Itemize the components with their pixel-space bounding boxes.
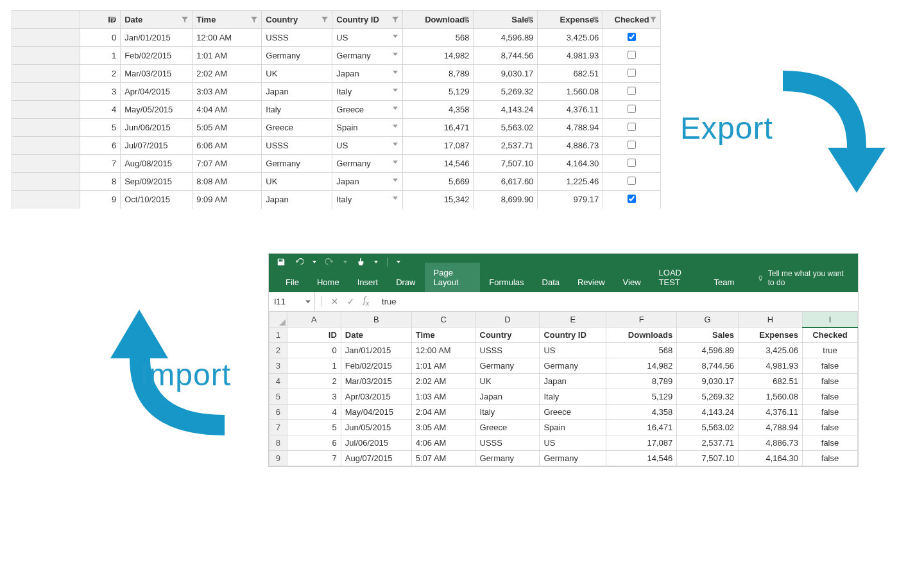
header-cell[interactable]: Date (341, 328, 411, 343)
sheet-cell[interactable]: 1,560.08 (739, 389, 803, 405)
ribbon-tab-review[interactable]: Review (569, 272, 614, 292)
tell-me-search[interactable]: Tell me what you want to do (751, 264, 850, 292)
row-handle[interactable] (12, 83, 80, 101)
sheet-cell[interactable]: 5 (287, 420, 341, 435)
downloads-cell[interactable]: 14,982 (403, 47, 474, 65)
id-cell[interactable]: 2 (80, 65, 120, 83)
sheet-cell[interactable]: 4,596.89 (677, 343, 739, 358)
time-cell[interactable]: 3:03 AM (193, 83, 262, 101)
downloads-cell[interactable]: 4,358 (403, 101, 474, 119)
sheet-cell[interactable]: 8,744.56 (677, 358, 739, 374)
row-number[interactable]: 4 (270, 374, 287, 389)
sales-cell[interactable]: 6,617.60 (474, 173, 538, 191)
col-header-id[interactable]: ID (80, 11, 120, 29)
checked-cell[interactable] (603, 119, 661, 137)
sheet-cell[interactable]: Italy (475, 405, 540, 420)
time-cell[interactable]: 9:09 AM (193, 191, 262, 209)
countryid-cell[interactable]: Italy (332, 83, 403, 101)
sheet-cell[interactable]: 17,087 (606, 435, 677, 451)
sheet-cell[interactable]: Greece (475, 420, 540, 435)
select-all-corner[interactable] (270, 312, 287, 328)
id-cell[interactable]: 6 (80, 137, 120, 155)
sheet-cell[interactable]: 5,129 (606, 389, 677, 405)
checked-cell[interactable] (603, 137, 661, 155)
countryid-cell[interactable]: Japan (332, 173, 403, 191)
sheet-cell[interactable]: false (803, 420, 858, 435)
row-number[interactable]: 6 (270, 405, 287, 420)
dropdown-icon[interactable] (392, 33, 398, 39)
sheet-cell[interactable]: 568 (606, 343, 677, 358)
row-handle[interactable] (12, 101, 80, 119)
dropdown-icon[interactable] (392, 195, 398, 201)
expenses-cell[interactable]: 4,376.11 (538, 101, 603, 119)
sheet-cell[interactable]: Germany (540, 451, 606, 466)
sheet-cell[interactable]: UK (475, 374, 540, 389)
col-header-sales[interactable]: Sales (474, 11, 538, 29)
sheet-cell[interactable]: 5,563.02 (677, 420, 739, 435)
time-cell[interactable]: 6:06 AM (193, 137, 262, 155)
country-cell[interactable]: UK (262, 65, 332, 83)
col-header-downloads[interactable]: Downloads (403, 11, 474, 29)
row-handle[interactable] (12, 137, 80, 155)
sheet-cell[interactable]: USSS (475, 435, 540, 451)
dropdown-icon[interactable] (392, 123, 398, 129)
qat-customize-icon[interactable] (397, 261, 400, 263)
dropdown-icon[interactable] (392, 177, 398, 183)
sheet-cell[interactable]: false (803, 374, 858, 389)
date-cell[interactable]: Apr/04/2015 (121, 83, 193, 101)
sheet-cell[interactable]: 2:04 AM (411, 405, 475, 420)
sheet-cell[interactable]: 0 (287, 343, 341, 358)
sheet-cell[interactable]: 7,507.10 (677, 451, 739, 466)
time-cell[interactable]: 2:02 AM (193, 65, 262, 83)
sheet-cell[interactable]: 4,981.93 (739, 358, 803, 374)
row-handle[interactable] (12, 29, 80, 47)
id-cell[interactable]: 9 (80, 191, 120, 209)
undo-dropdown-icon[interactable] (312, 261, 316, 263)
dropdown-icon[interactable] (392, 159, 398, 165)
downloads-cell[interactable]: 568 (403, 29, 474, 47)
sheet-cell[interactable]: 2 (287, 374, 341, 389)
formula-value[interactable]: true (375, 297, 402, 306)
col-header-expenses[interactable]: Expenses (538, 11, 603, 29)
downloads-cell[interactable]: 14,546 (403, 155, 474, 173)
expenses-cell[interactable]: 4,886.73 (538, 137, 603, 155)
sheet-cell[interactable]: USSS (475, 343, 540, 358)
country-cell[interactable]: UK (262, 173, 332, 191)
row-number[interactable]: 2 (270, 343, 287, 358)
sheet-cell[interactable]: false (803, 405, 858, 420)
sheet-cell[interactable]: 9,030.17 (677, 374, 739, 389)
sheet-cell[interactable]: Mar/03/2015 (341, 374, 411, 389)
id-cell[interactable]: 4 (80, 101, 120, 119)
filter-icon[interactable] (392, 17, 398, 23)
date-cell[interactable]: Jun/06/2015 (121, 119, 193, 137)
sheet-cell[interactable]: 3:05 AM (411, 420, 475, 435)
date-cell[interactable]: Aug/08/2015 (121, 155, 193, 173)
sheet-cell[interactable]: Spain (540, 420, 606, 435)
row-number[interactable]: 1 (270, 328, 287, 343)
sheet-cell[interactable]: 16,471 (606, 420, 677, 435)
dropdown-icon[interactable] (392, 105, 398, 111)
redo-dropdown-icon[interactable] (343, 261, 347, 263)
sheet-cell[interactable]: false (803, 389, 858, 405)
checked-cell[interactable] (603, 191, 661, 209)
countryid-cell[interactable]: Germany (332, 47, 403, 65)
checked-checkbox[interactable] (628, 87, 636, 95)
ribbon-tab-insert[interactable]: Insert (348, 272, 388, 292)
sheet-cell[interactable]: 4:06 AM (411, 435, 475, 451)
sheet-cell[interactable]: Feb/02/2015 (341, 358, 411, 374)
sheet-cell[interactable]: Greece (540, 405, 606, 420)
row-number[interactable]: 8 (270, 435, 287, 451)
sheet-cell[interactable]: Italy (540, 389, 606, 405)
expenses-cell[interactable]: 1,560.08 (538, 83, 603, 101)
sheet-cell[interactable]: 4 (287, 405, 341, 420)
row-number[interactable]: 9 (270, 451, 287, 466)
sheet-cell[interactable]: Germany (475, 451, 540, 466)
redo-icon[interactable] (325, 258, 334, 267)
row-handle[interactable] (12, 119, 80, 137)
checked-cell[interactable] (603, 173, 661, 191)
header-cell[interactable]: Sales (677, 328, 739, 343)
expenses-cell[interactable]: 682.51 (538, 65, 603, 83)
sheet-cell[interactable]: false (803, 451, 858, 466)
country-cell[interactable]: Japan (262, 191, 332, 209)
row-handle[interactable] (12, 173, 80, 191)
